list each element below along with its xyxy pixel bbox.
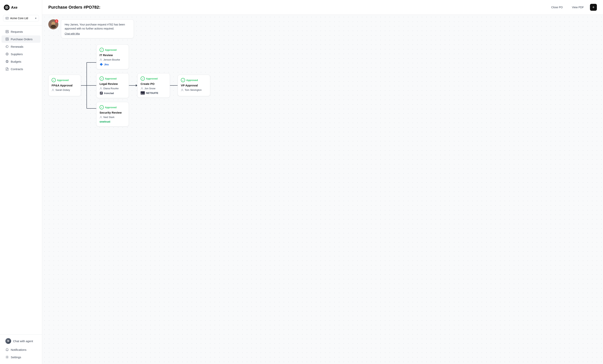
person-icon [100, 116, 102, 119]
sidebar-item-label: Notifications [11, 348, 26, 351]
app-name: Axe [11, 6, 17, 10]
org-icon [6, 17, 9, 20]
create-po-tool-label: NETSUITE [146, 92, 158, 94]
netsuite-icon: N SUITE [140, 91, 145, 94]
page-title: Purchase Orders #PO782: [48, 5, 545, 10]
main-nav: Requests Purchase Orders Renewals Suppli… [0, 28, 42, 73]
chat-bubble-container: 1 Hey James, Your purchase request #782 … [48, 19, 597, 38]
flow-canvas: 1 Hey James, Your purchase request #782 … [42, 15, 603, 364]
close-po-button[interactable]: Close PO [548, 4, 566, 10]
chat-with-mia-link[interactable]: Chat with Mia [65, 32, 130, 35]
sidebar-item-notifications[interactable]: Notifications [1, 346, 40, 353]
it-title: IT Review [100, 54, 126, 57]
create-po-person: Jon Snow [140, 87, 167, 90]
flow-diagram: ✓ Approved FP&A Approval Sarah Dobey [48, 44, 597, 126]
connector-to-create-po [129, 84, 137, 87]
it-tool: Jira [100, 63, 126, 66]
sidebar-item-purchase-orders[interactable]: Purchase Orders [1, 35, 40, 43]
org-name: Acme Core Ltd [10, 17, 28, 20]
sidebar-bottom: M Chat with agent Notifications Settings [0, 334, 42, 361]
chevron-down-icon: ▾ [35, 17, 36, 20]
nav-divider [0, 25, 42, 25]
add-button[interactable]: + [590, 4, 597, 11]
ironclad-icon [100, 91, 103, 95]
approved-icon: ✓ [52, 78, 56, 82]
sidebar-item-renewals[interactable]: Renewals [1, 43, 40, 50]
contracts-icon [5, 67, 9, 71]
security-person-name: Ned Stark [103, 116, 115, 119]
bell-icon [5, 348, 9, 351]
it-person-name: Jenson Bourke [103, 58, 120, 61]
legal-tool-label: Ironclad [104, 92, 114, 95]
branch-column: ✓ Approved IT Review Jenson Bourke [96, 44, 129, 126]
person-icon [100, 87, 102, 90]
fpa-person: Sarah Dobey [52, 88, 78, 91]
it-review-card: ✓ Approved IT Review Jenson Bourke [96, 44, 129, 69]
chat-agent-avatar: M [5, 338, 11, 344]
suppliers-icon [5, 52, 9, 56]
budgets-icon [5, 60, 9, 63]
sidebar-item-label: Chat with agent [13, 340, 33, 343]
sidebar-item-chat-agent[interactable]: M Chat with agent [1, 336, 40, 346]
sidebar-item-requests[interactable]: Requests [1, 28, 40, 35]
branch-lines-svg [81, 51, 96, 120]
svg-point-1 [6, 7, 7, 8]
person-icon [52, 89, 54, 91]
it-person: Jenson Bourke [100, 58, 126, 61]
view-pdf-button[interactable]: View PDF [569, 4, 587, 10]
arrow-head [136, 84, 137, 87]
sidebar-item-budgets[interactable]: Budgets [1, 58, 40, 65]
security-tool-label: onetrust [100, 120, 110, 123]
sidebar-item-suppliers[interactable]: Suppliers [1, 50, 40, 58]
vp-approval-card: ✓ Approved VP Approval Tom Skivington [178, 75, 210, 96]
fpa-approval-card: ✓ Approved FP&A Approval Sarah Dobey [48, 75, 81, 96]
fpa-status-label: Approved [57, 79, 69, 82]
mia-avatar: 1 [48, 19, 58, 29]
create-po-status-label: Approved [146, 77, 158, 80]
vp-person: Tom Skivington [181, 88, 207, 91]
security-tool: onetrust [100, 120, 126, 123]
security-person: Ned Stark [100, 116, 126, 119]
vp-title: VP Approval [181, 84, 207, 87]
person-icon [181, 89, 184, 91]
person-icon [140, 87, 143, 90]
sidebar-item-label: Purchase Orders [11, 38, 32, 41]
svg-text:SUITE: SUITE [142, 93, 145, 94]
jira-icon [100, 63, 103, 66]
vp-person-name: Tom Skivington [185, 88, 202, 91]
notification-badge: 1 [55, 19, 58, 23]
approved-icon: ✓ [181, 78, 185, 82]
fpa-status: ✓ Approved [52, 78, 78, 82]
sidebar-item-label: Suppliers [11, 53, 23, 56]
main-content: Purchase Orders #PO782: Close PO View PD… [42, 0, 603, 364]
renewals-icon [5, 45, 9, 48]
it-status-label: Approved [105, 48, 116, 51]
security-status-label: Approved [105, 106, 116, 109]
sidebar-item-contracts[interactable]: Contracts [1, 65, 40, 73]
purchase-orders-icon [5, 37, 9, 41]
approved-icon: ✓ [100, 77, 104, 81]
chat-message: Hey James, Your purchase request #782 ha… [61, 19, 134, 38]
legal-person-name: Diana Rourke [103, 87, 119, 90]
legal-title: Legal Review [100, 82, 126, 86]
approved-icon: ✓ [100, 48, 104, 52]
person-icon [100, 58, 102, 61]
vp-status: ✓ Approved [181, 78, 207, 82]
create-po-title: Create PO [140, 82, 167, 86]
org-selector[interactable]: Acme Core Ltd ▾ [3, 15, 39, 22]
h-line [129, 85, 136, 86]
sidebar-item-label: Budgets [11, 60, 21, 63]
approved-icon: ✓ [100, 105, 104, 109]
create-po-status: ✓ Approved [140, 77, 167, 81]
sidebar-item-label: Renewals [11, 45, 23, 48]
vp-status-label: Approved [186, 79, 198, 82]
it-status: ✓ Approved [100, 48, 126, 52]
it-tool-label: Jira [104, 63, 109, 66]
sidebar: Axe Acme Core Ltd ▾ Requests Purchase [0, 0, 42, 364]
svg-rect-2 [6, 17, 8, 19]
sidebar-item-label: Contracts [11, 67, 23, 71]
approved-icon: ✓ [140, 77, 145, 81]
app-logo: Axe [0, 3, 42, 13]
fpa-person-name: Sarah Dobey [55, 88, 70, 91]
sidebar-item-settings[interactable]: Settings [1, 353, 40, 361]
